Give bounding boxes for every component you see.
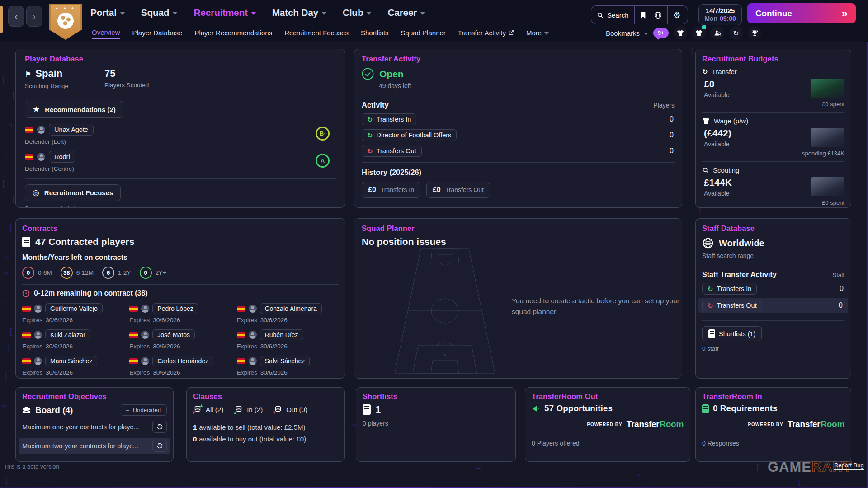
avatar <box>34 305 42 313</box>
player-name-chip[interactable]: Rubén Díez <box>260 329 303 340</box>
game-day: Mon <box>704 15 717 22</box>
player-name-chip[interactable]: Pedro López <box>152 303 198 314</box>
nav-career[interactable]: Career <box>387 7 425 18</box>
player-name-chip[interactable]: Gonzalo Almenara <box>260 303 322 314</box>
staff-shortlists-button[interactable]: Shortlists (1) <box>702 326 762 341</box>
report-bug-link[interactable]: Report Bug <box>834 462 864 470</box>
objective-history-button[interactable] <box>152 421 167 433</box>
focus-target-icon: ◎ <box>33 188 39 197</box>
expiring-player-cell: Manu Sánchez Expires30/6/2026 <box>22 356 124 376</box>
sync-button[interactable]: ↻ <box>729 26 743 40</box>
player-name-chip[interactable]: Rodri <box>49 151 75 163</box>
chevron-down-icon <box>251 12 256 15</box>
tab-shortlists[interactable]: Shortlists <box>361 29 389 38</box>
bucket-0-6m[interactable]: 00-6M <box>22 267 52 279</box>
background-glyph: ] <box>1 76 5 85</box>
tab-recruitment-focuses[interactable]: Recruitment Focuses <box>284 29 349 38</box>
scouting-range-link[interactable]: Spain <box>35 68 62 80</box>
staff-range-value[interactable]: Worldwide <box>719 238 764 249</box>
scouting-button[interactable] <box>711 26 724 40</box>
nav-club[interactable]: Club <box>343 7 371 18</box>
tab-overview[interactable]: Overview <box>92 28 120 39</box>
nav-recruitment[interactable]: Recruitment <box>193 7 255 18</box>
shortlists-players-count: 0 players <box>363 420 509 427</box>
tab-more[interactable]: More <box>526 29 549 38</box>
avatar <box>249 331 257 339</box>
settings-button[interactable]: ⚙ <box>667 6 686 24</box>
player-position: Defender (Centre) <box>25 165 336 172</box>
transfers-in-chip[interactable]: ↻Transfers In <box>362 113 416 125</box>
nav-squad[interactable]: Squad <box>141 7 178 18</box>
back-button[interactable]: ‹ <box>8 6 24 27</box>
spain-flag-icon <box>22 306 31 312</box>
staff-activity-header: Staff Transfer Activity <box>702 271 777 279</box>
clauses-tab-out[interactable]: ▼ Out (0) <box>274 405 307 414</box>
external-link-icon <box>509 30 514 35</box>
objective-row[interactable]: Maximum two-year contracts for playe... <box>19 438 170 454</box>
bookmarks-dropdown[interactable]: Bookmarks <box>606 29 648 37</box>
tab-squad-planner[interactable]: Squad Planner <box>401 29 446 38</box>
chevron-down-icon <box>367 12 371 15</box>
arrow-down-icon: ▼ <box>192 411 196 415</box>
transfers-out-chip[interactable]: ↻Transfers Out <box>362 145 422 157</box>
notifications-badge[interactable]: 9+ <box>653 28 669 38</box>
shirt-alert-button[interactable] <box>692 26 706 40</box>
nav-portal[interactable]: Portal <box>90 7 125 18</box>
budget-bar <box>811 128 844 147</box>
bookmark-button[interactable] <box>640 11 646 19</box>
background-glyph: ¬ <box>351 421 356 430</box>
edge-accent-strip <box>0 6 3 33</box>
players-column-header: Players <box>653 102 675 109</box>
club-badge[interactable]: ★ ★ ★ <box>49 3 82 40</box>
forward-button[interactable]: › <box>26 6 42 27</box>
player-name-chip[interactable]: Manu Sánchez <box>45 356 97 366</box>
tab-transfer-activity[interactable]: Transfer Activity <box>458 29 514 38</box>
squad-shirt-button[interactable] <box>674 26 687 40</box>
player-name-chip[interactable]: Unax Agote <box>49 124 94 136</box>
remaining-header: 0-12m remaining on contract (38) <box>34 289 148 297</box>
history-transfers-out-button[interactable]: £0 Transfers Out <box>426 182 490 198</box>
expiring-player-cell: Pedro López Expires30/6/2026 <box>129 303 231 324</box>
panel-title: Shortlists <box>363 392 509 401</box>
staff-transfers-out-chip[interactable]: ↻Transfers Out <box>702 300 762 311</box>
undecided-status-chip[interactable]: Undecided <box>120 404 167 416</box>
recruitment-focuses-button[interactable]: ◎ Recruitment Focuses <box>25 184 121 201</box>
coins-icon: ▼ <box>274 405 283 414</box>
world-button[interactable] <box>654 11 662 19</box>
background-glyph: ] <box>8 224 13 233</box>
clauses-tab-in[interactable]: ▲ In (2) <box>234 405 263 414</box>
bucket-1-2y[interactable]: 61-2Y <box>102 267 131 279</box>
staff-transfers-in-chip[interactable]: ↻Transfers In <box>702 283 757 295</box>
dof-offers-chip[interactable]: ↻Director of Football Offers <box>362 129 457 141</box>
responses-count: 0 Responses <box>702 440 844 447</box>
clauses-tab-all[interactable]: ▲▼ All (2) <box>193 405 223 414</box>
row-value: 0 <box>840 285 844 293</box>
tab-player-database[interactable]: Player Database <box>132 29 183 38</box>
player-name-chip[interactable]: Carlos Hernández <box>152 356 213 366</box>
panel-recruitment-budgets: Recruitment Budgets ↻Transfer £0Availabl… <box>695 49 851 208</box>
clauses-sell-line: 1available to sell (total value: £2.5M) <box>193 423 338 431</box>
background-glyph: · <box>0 298 5 307</box>
spain-flag-icon <box>25 154 33 160</box>
objective-row[interactable]: Maximum one-year contracts for playe... <box>19 419 170 435</box>
bucket-6-12m[interactable]: 386-12M <box>61 267 94 279</box>
bucket-2y-plus[interactable]: 02Y+ <box>140 267 166 279</box>
history-transfers-in-button[interactable]: £0 Transfers In <box>362 182 420 198</box>
avatar <box>141 357 149 365</box>
continue-button[interactable]: Continue » <box>747 3 856 23</box>
player-name-chip[interactable]: Kuki Zalazar <box>45 329 90 340</box>
background-glyph: [ <box>797 478 802 487</box>
player-name-chip[interactable]: Salvi Sánchez <box>260 356 310 366</box>
player-position: Defender (Left) <box>25 138 336 145</box>
competitions-button[interactable] <box>748 26 761 40</box>
player-name-chip[interactable]: José Matos <box>152 329 195 340</box>
recommendations-button[interactable]: ★ Recommendations (2) <box>25 101 123 118</box>
objective-history-button[interactable] <box>152 440 167 452</box>
player-name-chip[interactable]: Guillermo Vallejo <box>45 303 103 314</box>
tab-player-recommendations[interactable]: Player Recommendations <box>194 29 272 38</box>
avatar <box>249 357 257 365</box>
panel-transferroom-in: TransferRoom In 0 Requirements POWERED B… <box>695 387 851 462</box>
panel-shortlists: Shortlists 1 0 players <box>356 387 516 462</box>
nav-match-day[interactable]: Match Day <box>272 7 326 18</box>
search-button[interactable]: Search <box>591 6 634 24</box>
